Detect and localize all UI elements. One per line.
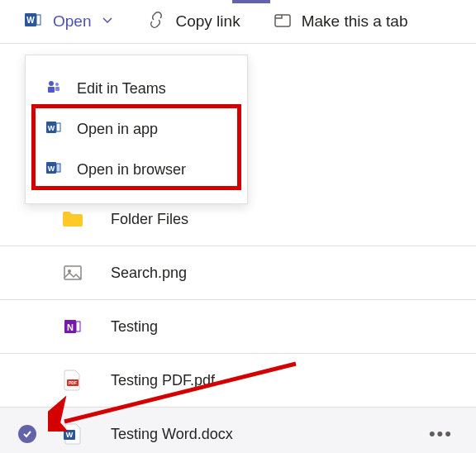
word-browser-icon: W [45,160,62,180]
svg-rect-13 [56,164,60,172]
word-icon: W [23,10,43,33]
svg-point-5 [55,83,59,86]
accent-bar [232,0,270,3]
file-name: Testing Word.docx [111,426,233,443]
teams-icon [45,79,62,99]
chevron-down-icon [101,13,114,30]
word-app-icon: W [45,119,62,140]
open-in-browser-label: Open in browser [77,161,186,179]
link-icon [147,11,165,32]
svg-rect-2 [36,15,40,25]
selected-check-icon [18,425,36,443]
make-tab-label: Make this a tab [302,12,408,31]
more-options-button[interactable]: ••• [429,423,453,445]
open-button[interactable]: W Open [23,10,114,33]
svg-text:PDF: PDF [69,380,77,385]
file-name: Testing PDF.pdf [111,372,215,389]
svg-text:N: N [67,322,74,332]
file-row-onenote[interactable]: N Testing [0,300,476,354]
open-in-app-label: Open in app [77,121,158,138]
file-row-image[interactable]: Search.png [0,246,476,300]
svg-rect-10 [56,123,60,131]
file-name: Folder Files [111,211,188,228]
onenote-icon: N [61,315,84,338]
open-in-browser-item[interactable]: W Open in browser [26,150,247,190]
copy-link-label: Copy link [175,12,240,31]
open-in-app-item[interactable]: W Open in app [26,109,247,150]
toolbar: W Open Copy link Make this a tab [0,0,476,44]
svg-text:W: W [48,165,55,173]
file-row-pdf[interactable]: PDF Testing PDF.pdf [0,354,476,408]
folder-icon [61,207,84,231]
open-dropdown: Edit in Teams W Open in app W Open in br… [25,55,248,204]
svg-rect-7 [55,87,60,91]
svg-point-4 [49,81,54,86]
edit-in-teams-item[interactable]: Edit in Teams [26,69,247,109]
copy-link-button[interactable]: Copy link [147,11,240,32]
tab-icon [274,11,292,32]
svg-rect-6 [48,87,55,93]
pdf-icon: PDF [61,369,84,392]
word-file-icon: W [61,422,84,446]
svg-rect-3 [275,15,290,26]
image-icon [61,261,84,284]
file-row-word[interactable]: W Testing Word.docx ••• [0,408,476,453]
edit-in-teams-label: Edit in Teams [77,80,166,98]
svg-text:W: W [48,124,55,132]
svg-rect-18 [76,322,80,331]
file-name: Testing [111,318,158,336]
open-label: Open [53,12,91,31]
svg-text:W: W [66,431,74,439]
svg-text:W: W [26,16,35,25]
make-tab-button[interactable]: Make this a tab [274,11,408,32]
file-name: Search.png [111,265,187,282]
